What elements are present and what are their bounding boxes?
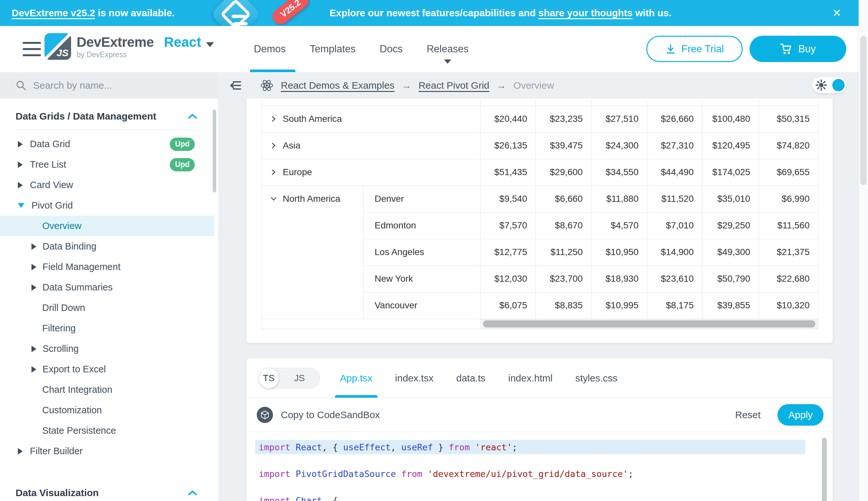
sidebar-item-label: Drill Down xyxy=(42,302,85,313)
pivot-cell: $27,310 xyxy=(647,132,702,159)
brand-name: DevExtreme xyxy=(77,34,154,50)
section-title: Data Grids / Data Management xyxy=(15,111,156,122)
sidebar-item-label: Data Binding xyxy=(43,241,96,252)
nav-docs[interactable]: Docs xyxy=(380,43,403,55)
sidebar-item-state-persistence[interactable]: State Persistence xyxy=(0,420,214,441)
code-editor[interactable]: import React, { useEffect, useRef } from… xyxy=(246,432,833,501)
updated-badge: Upd xyxy=(170,137,195,151)
pivot-city-header[interactable]: Vancouver xyxy=(364,292,481,319)
breadcrumb-separator: → xyxy=(497,80,506,91)
promo-banner: DevExtreme v25.2 is now available. V25.2… xyxy=(0,0,859,26)
pivot-city-header[interactable]: Denver xyxy=(364,185,481,212)
sidebar-section-data-visualization[interactable]: Data Visualization xyxy=(0,475,214,498)
pivot-row-header[interactable]: South America xyxy=(262,106,481,132)
pivot-cell: $11,250 xyxy=(536,239,591,265)
theme-toggle-knob[interactable] xyxy=(832,79,845,91)
language-option-ts[interactable]: TS xyxy=(259,368,279,388)
sidebar-item-label: Overview xyxy=(42,221,81,231)
pivot-cell: $100,480 xyxy=(702,106,759,132)
updated-badge: Upd xyxy=(170,158,195,171)
nav-templates[interactable]: Templates xyxy=(310,43,355,55)
pivot-cell: $9,540 xyxy=(481,185,536,212)
language-toggle[interactable]: TS JS xyxy=(259,368,320,388)
copy-to-codesandbox-label[interactable]: Copy to CodeSandBox xyxy=(281,409,380,420)
sidebar-item-card-view[interactable]: Card View xyxy=(0,175,214,195)
triangle-right-icon xyxy=(32,366,36,373)
sidebar-section-data-grids[interactable]: Data Grids / Data Management xyxy=(0,98,214,122)
sidebar-item-filtering[interactable]: Filtering xyxy=(0,318,214,339)
pivot-row-south-america: South America $20,440 $23,235 $27,510 $2… xyxy=(262,106,818,132)
pivot-row-header[interactable]: Europe xyxy=(262,159,481,185)
tab-styles-css[interactable]: styles.css xyxy=(575,373,617,384)
pivot-city-header[interactable]: Los Angeles xyxy=(364,239,481,265)
sidebar-item-tree-list[interactable]: Tree List Upd xyxy=(0,154,214,175)
reset-button[interactable]: Reset xyxy=(735,409,760,420)
sidebar-item-overview[interactable]: Overview xyxy=(0,216,214,236)
sidebar-item-data-summaries[interactable]: Data Summaries xyxy=(0,277,214,298)
nav-releases[interactable]: Releases xyxy=(427,43,469,55)
banner-version-link[interactable]: DevExtreme v25.2 xyxy=(12,8,95,19)
sidebar-item-label: Scrolling xyxy=(43,343,79,354)
breadcrumb-section-link[interactable]: React Pivot Grid xyxy=(418,80,489,91)
pivot-row-header-north-america[interactable]: North America xyxy=(262,185,364,319)
free-trial-label: Free Trial xyxy=(681,43,724,55)
sidebar-item-data-binding[interactable]: Data Binding xyxy=(0,236,214,257)
sidebar-search xyxy=(0,72,218,98)
banner-graphic: V25.2 xyxy=(208,0,315,26)
page-scrollbar[interactable] xyxy=(859,0,868,501)
sidebar-item-pivot-grid[interactable]: Pivot Grid xyxy=(0,195,214,216)
code-token: from xyxy=(401,469,422,479)
code-panel: TS JS App.tsx index.tsx data.ts index.ht… xyxy=(246,358,833,501)
breadcrumb-root-link[interactable]: React Demos & Examples xyxy=(281,80,394,91)
sidebar-item-export-to-excel[interactable]: Export to Excel xyxy=(0,359,214,380)
sidebar-item-drill-down[interactable]: Drill Down xyxy=(0,298,214,318)
banner-message-post: with us. xyxy=(633,8,672,19)
pivot-cell: $11,520 xyxy=(647,185,702,212)
brand-text[interactable]: DevExtreme by DevExpress xyxy=(77,34,154,59)
hamburger-menu-icon[interactable] xyxy=(23,42,41,56)
pivot-horizontal-scrollbar[interactable] xyxy=(481,319,818,329)
share-thoughts-link[interactable]: share your thoughts xyxy=(539,8,633,19)
pivot-city-header[interactable]: New York xyxy=(364,265,481,292)
file-tabs: App.tsx index.tsx data.ts index.html sty… xyxy=(340,358,617,398)
nav-demos[interactable]: Demos xyxy=(254,43,286,55)
language-option-js[interactable]: JS xyxy=(279,373,320,383)
active-nav-underline xyxy=(250,70,295,72)
code-token xyxy=(470,442,475,452)
page-scrollbar-thumb[interactable] xyxy=(860,36,867,185)
sidebar-item-chart-integration[interactable]: Chart Integration xyxy=(0,380,214,400)
theme-toggle[interactable] xyxy=(812,77,847,93)
framework-chevron-down-icon[interactable] xyxy=(206,42,214,47)
apply-button[interactable]: Apply xyxy=(778,404,824,426)
free-trial-button[interactable]: Free Trial xyxy=(646,36,743,62)
expand-chevron-right-icon[interactable] xyxy=(270,168,277,176)
pivot-cell: $23,235 xyxy=(536,106,591,132)
tab-index-html[interactable]: index.html xyxy=(508,373,553,384)
tab-index-tsx[interactable]: index.tsx xyxy=(395,373,433,384)
code-token: , xyxy=(391,442,401,452)
tab-app-tsx[interactable]: App.tsx xyxy=(340,373,372,384)
code-scrollbar-thumb[interactable] xyxy=(822,438,827,501)
codesandbox-icon[interactable] xyxy=(257,407,273,423)
search-input[interactable] xyxy=(33,80,183,91)
devextreme-logo[interactable]: JS xyxy=(44,33,71,60)
collapse-sidebar-icon[interactable] xyxy=(229,79,242,91)
pivot-horizontal-scrollbar-thumb[interactable] xyxy=(483,320,816,328)
sidebar-item-scrolling[interactable]: Scrolling xyxy=(0,339,214,359)
banner-close-icon[interactable]: ✕ xyxy=(830,7,843,20)
sidebar-item-customization[interactable]: Customization xyxy=(0,400,214,420)
tab-data-ts[interactable]: data.ts xyxy=(456,373,485,384)
expand-chevron-right-icon[interactable] xyxy=(270,115,277,123)
collapse-chevron-down-icon[interactable] xyxy=(270,195,277,203)
cart-icon xyxy=(780,43,792,55)
expand-chevron-right-icon[interactable] xyxy=(270,142,277,149)
sidebar-item-filter-builder[interactable]: Filter Builder xyxy=(0,441,214,461)
framework-selector[interactable]: React xyxy=(164,34,201,50)
pivot-row-header[interactable]: Asia xyxy=(262,132,481,159)
sidebar-item-field-management[interactable]: Field Management xyxy=(0,257,214,277)
sidebar-item-data-grid[interactable]: Data Grid Upd xyxy=(0,134,214,154)
buy-button[interactable]: Buy xyxy=(749,36,846,62)
pivot-city-header[interactable]: Edmonton xyxy=(364,212,481,239)
pivot-cell: $51,435 xyxy=(481,159,536,185)
pivot-cell: $12,775 xyxy=(481,239,536,265)
